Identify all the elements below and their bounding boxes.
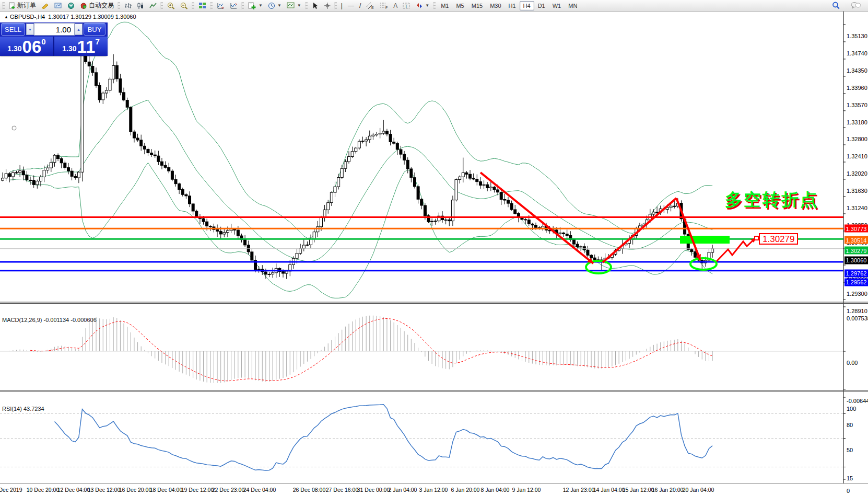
period-button[interactable]: ▼ [265,1,284,11]
template-icon [287,2,295,9]
timeframe-button-H1[interactable]: H1 [505,1,520,10]
toolbar: 新订单 自动交易 [0,0,868,11]
new-order-icon [9,2,16,9]
text-label-button[interactable]: T [400,1,413,11]
sell-button[interactable]: SELL [1,23,25,36]
cursor-button[interactable] [309,1,321,11]
autotrade-icon [80,2,87,9]
shapes-icon [416,2,423,9]
bar-chart-button[interactable] [122,1,134,11]
data-window-button[interactable] [227,1,240,11]
buy-button[interactable]: BUY [84,23,105,36]
indicator-window-icon [217,2,225,9]
timeframe-button-M1[interactable]: M1 [437,1,452,10]
timeframe-button-D1[interactable]: D1 [534,1,549,10]
clock-icon [268,2,275,9]
template-button[interactable]: ▼ [284,1,304,11]
tile-windows-icon [198,2,206,9]
data-window-icon [230,2,238,9]
svg-text:F: F [385,6,388,9]
text-label-icon: T [403,2,410,9]
shapes-button[interactable]: ▼ [413,1,432,11]
buy-price-prefix: 1.30 [62,44,76,53]
svg-text:E: E [371,6,374,9]
new-order-button[interactable]: 新订单 [6,1,39,11]
charts-icon [54,2,62,9]
zoom-out-icon [180,2,188,9]
svg-text:T: T [405,4,408,9]
autotrade-button[interactable]: 自动交易 [77,1,116,11]
template-caret: ▼ [297,3,301,8]
shapes-caret: ▼ [425,3,429,8]
fibonacci-icon: F [380,2,388,9]
charts-button[interactable] [52,1,65,11]
crosshair-button[interactable] [321,1,333,11]
trendline-button[interactable]: / [357,1,363,11]
buy-price-big: 11 [77,39,96,55]
vertical-line-button[interactable]: | [338,1,345,11]
crosshair-icon [324,2,331,9]
add-indicator-button[interactable]: ▼ [245,1,265,11]
autotrade-label: 自动交易 [89,1,114,10]
volume-increase-button[interactable]: ▲ [75,24,83,35]
sell-price[interactable]: 1.30 06 0 [0,37,54,56]
crayon-icon [41,2,49,9]
search-button[interactable] [829,1,843,11]
zoom-out-button[interactable] [178,1,191,11]
indicator-window-button[interactable] [214,1,227,11]
period-caret: ▼ [277,3,281,8]
signal-button[interactable] [65,1,77,11]
chart-canvas[interactable]: ▲ GBPUSD-,H4 1.30017 1.30129 1.30009 1.3… [0,11,868,495]
signal-icon [67,2,75,9]
chat-button[interactable] [848,1,864,11]
chart-graphics [0,11,868,495]
zoom-in-icon [167,2,175,9]
search-icon [832,2,840,9]
line-chart-icon [149,2,157,9]
line-chart-button[interactable] [147,1,159,11]
timeframe-button-M5[interactable]: M5 [452,1,467,10]
toolbar-drag-handle[interactable] [2,2,5,9]
buy-price-sup: 7 [95,37,99,46]
fibonacci-button[interactable]: F [377,1,391,11]
timeframe-button-MN[interactable]: MN [565,1,581,10]
sell-price-big: 06 [22,39,42,55]
channel-icon: E [366,2,374,9]
zoom-in-button[interactable] [165,1,178,11]
bar-chart-icon [124,2,132,9]
chat-icon [851,2,861,9]
volume-input[interactable] [34,23,75,36]
candlestick-chart-icon [137,2,144,9]
mt4-window: 新订单 自动交易 [0,0,868,495]
buy-price[interactable]: 1.30 11 7 [54,37,108,56]
tile-windows-button[interactable] [196,1,209,11]
timeframe-button-M30[interactable]: M30 [486,1,505,10]
sell-price-sup: 0 [41,37,45,46]
candlestick-chart-button[interactable] [134,1,147,11]
horizontal-line-button[interactable]: — [345,1,357,11]
sell-price-prefix: 1.30 [7,44,21,53]
cursor-icon [312,2,319,9]
timeframe-button-H4[interactable]: H4 [520,1,534,10]
new-order-label: 新订单 [17,1,36,10]
one-click-trading-panel: SELL ▼ ▲ BUY 1.30 06 0 1.30 11 7 [0,22,108,56]
add-indicator-icon [248,2,256,9]
crayon-button[interactable] [39,1,52,11]
volume-decrease-button[interactable]: ▼ [26,24,34,35]
timeframe-button-W1[interactable]: W1 [549,1,565,10]
add-indicator-caret: ▼ [259,3,263,8]
timeframe-button-M15[interactable]: M15 [468,1,486,10]
text-button[interactable]: A [391,1,400,11]
channel-button[interactable]: E [363,1,377,11]
